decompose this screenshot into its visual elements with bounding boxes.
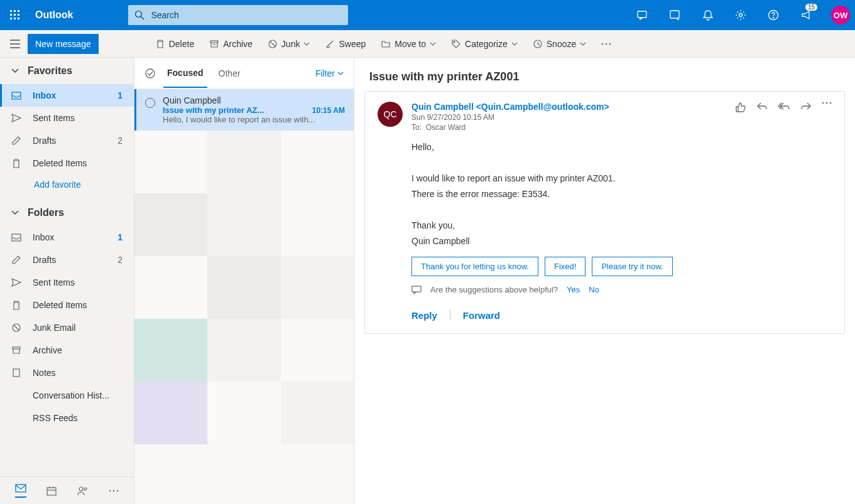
folder-item-notes[interactable]: Notes <box>0 362 134 384</box>
svg-rect-19 <box>210 41 218 43</box>
deleted-icon <box>11 159 21 168</box>
message-item[interactable]: Quin Campbell Issue with my printer AZ..… <box>134 89 354 131</box>
snooze-button[interactable]: Snooze <box>526 35 592 53</box>
feedback-yes-link[interactable]: Yes <box>567 285 580 294</box>
more-modules-icon[interactable] <box>109 490 119 492</box>
svg-point-22 <box>454 41 455 43</box>
sidebar-item-drafts[interactable]: Drafts 2 <box>0 129 134 152</box>
sender-name[interactable]: Quin Campbell <Quin.Campbell@outlook.com… <box>411 102 726 112</box>
people-module-icon[interactable] <box>77 486 89 496</box>
message-select-checkbox[interactable] <box>145 98 155 108</box>
hamburger-icon[interactable] <box>5 34 25 54</box>
snooze-icon <box>533 39 543 49</box>
folder-item-archive[interactable]: Archive <box>0 339 134 362</box>
to-line: To: Oscar Ward <box>411 123 726 132</box>
move-to-button[interactable]: Move to <box>374 35 442 53</box>
announcements-icon[interactable]: 15 <box>793 3 819 28</box>
svg-point-41 <box>113 490 114 491</box>
suggestion-button[interactable]: Thank you for letting us know. <box>411 257 538 276</box>
svg-line-21 <box>270 41 275 46</box>
message-list-placeholder <box>134 131 354 444</box>
svg-rect-6 <box>10 18 12 19</box>
folder-item-rss[interactable]: RSS Feeds <box>0 407 134 429</box>
notification-badge: 15 <box>805 4 817 11</box>
message-subject: Issue with my printer AZ... <box>163 105 307 115</box>
svg-rect-8 <box>18 18 19 19</box>
svg-point-43 <box>146 69 155 78</box>
add-favorite-link[interactable]: Add favorite <box>0 174 134 195</box>
svg-rect-47 <box>412 286 421 292</box>
reply-icon[interactable] <box>756 102 768 132</box>
feedback-icon <box>411 286 422 294</box>
command-bar: New message Delete Archive Junk Sweep Mo… <box>0 30 855 58</box>
folder-item-deleted[interactable]: Deleted Items <box>0 294 134 316</box>
notifications-icon[interactable] <box>695 3 721 28</box>
message-header: QC Quin Campbell <Quin.Campbell@outlook.… <box>378 102 832 132</box>
new-message-button[interactable]: New message <box>28 34 99 54</box>
forward-icon[interactable] <box>800 102 812 132</box>
search-box[interactable] <box>128 5 348 25</box>
reply-link[interactable]: Reply <box>411 310 437 321</box>
archive-icon <box>11 346 21 355</box>
svg-rect-11 <box>638 11 646 18</box>
junk-button[interactable]: Junk <box>261 35 317 53</box>
tab-other[interactable]: Other <box>215 60 244 87</box>
chevron-down-icon <box>580 42 586 46</box>
user-avatar[interactable]: OW <box>831 6 850 24</box>
categorize-icon <box>451 39 461 49</box>
filter-button[interactable]: Filter <box>315 68 344 78</box>
notes-icon <box>11 368 21 377</box>
suggestion-button[interactable]: Please try it now. <box>592 257 672 276</box>
svg-point-25 <box>606 43 607 45</box>
delete-button[interactable]: Delete <box>149 35 200 53</box>
message-list-body[interactable]: Quin Campbell Issue with my printer AZ..… <box>134 89 354 504</box>
reply-all-icon[interactable] <box>778 102 790 132</box>
chevron-down-icon <box>303 42 310 46</box>
forward-link[interactable]: Forward <box>463 310 500 321</box>
folder-item-conversation-history[interactable]: Conversation Hist... <box>0 384 134 407</box>
calendar-module-icon[interactable] <box>46 486 57 496</box>
sweep-button[interactable]: Sweep <box>319 35 372 53</box>
svg-rect-33 <box>16 485 26 492</box>
svg-point-40 <box>109 490 111 491</box>
sent-icon <box>11 278 21 287</box>
mail-module-icon[interactable] <box>15 484 26 498</box>
folder-item-inbox[interactable]: Inbox 1 <box>0 226 134 249</box>
deleted-icon <box>11 301 21 310</box>
sidebar-item-inbox[interactable]: Inbox 1 <box>0 84 134 107</box>
like-icon[interactable] <box>735 102 746 132</box>
search-input[interactable] <box>151 10 342 20</box>
svg-rect-12 <box>670 11 679 18</box>
settings-icon[interactable] <box>728 3 753 28</box>
more-actions-button[interactable] <box>595 39 618 49</box>
select-all-icon[interactable] <box>144 68 156 79</box>
categorize-button[interactable]: Categorize <box>445 35 524 53</box>
sweep-icon <box>325 39 335 49</box>
archive-button[interactable]: Archive <box>203 35 259 53</box>
app-launcher-icon[interactable] <box>5 5 25 25</box>
folder-item-drafts[interactable]: Drafts 2 <box>0 249 134 271</box>
svg-rect-0 <box>10 10 12 12</box>
folder-item-sent[interactable]: Sent Items <box>0 271 134 294</box>
message-actions <box>735 102 832 132</box>
help-icon[interactable] <box>761 3 786 28</box>
sidebar-item-deleted[interactable]: Deleted Items <box>0 152 134 174</box>
svg-point-38 <box>79 487 83 491</box>
svg-line-30 <box>14 325 19 330</box>
favorites-header[interactable]: Favorites <box>0 58 134 84</box>
folder-item-junk[interactable]: Junk Email <box>0 316 134 339</box>
chevron-down-icon <box>511 42 518 46</box>
reading-subject: Issue with my printer AZ001 <box>369 70 845 83</box>
suggestion-button[interactable]: Fixed! <box>545 257 585 276</box>
svg-point-13 <box>739 14 743 17</box>
search-icon <box>134 10 144 20</box>
feedback-no-link[interactable]: No <box>589 285 599 294</box>
meet-now-icon[interactable] <box>663 3 688 28</box>
folders-header[interactable]: Folders <box>0 200 134 226</box>
message-list-header: Focused Other Filter <box>134 58 354 89</box>
tab-focused[interactable]: Focused <box>163 59 207 88</box>
more-actions-icon[interactable] <box>822 102 832 132</box>
svg-point-9 <box>136 11 142 18</box>
teams-chat-icon[interactable] <box>630 3 655 28</box>
sidebar-item-sent[interactable]: Sent Items <box>0 107 134 129</box>
